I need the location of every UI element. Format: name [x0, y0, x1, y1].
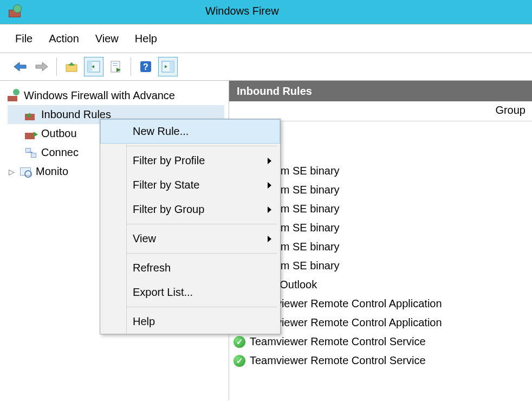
column-group[interactable]: Group: [495, 104, 525, 117]
tree-item-label: Connec: [41, 146, 79, 159]
context-menu-separator: [126, 253, 277, 254]
tree-root-label: Windows Firewall with Advance: [24, 89, 175, 102]
ctx-item-label: View: [133, 232, 156, 245]
ctx-item-label: New Rule...: [133, 125, 189, 138]
ctx-item-label: Filter by Profile: [133, 154, 205, 167]
context-menu-separator: [126, 307, 277, 307]
titlebar: Windows Firew: [0, 0, 532, 24]
connection-icon: [25, 147, 37, 158]
toolbar: ?: [0, 53, 532, 80]
ctx-help[interactable]: Help: [100, 309, 280, 334]
ctx-refresh[interactable]: Refresh: [100, 256, 280, 280]
menu-help[interactable]: Help: [135, 33, 157, 45]
list-header: Inbound Rules: [229, 81, 532, 101]
nav-forward-button[interactable]: [33, 57, 51, 76]
show-hide-action-pane-button[interactable]: [158, 57, 178, 76]
ctx-export[interactable]: Export List...: [100, 280, 280, 305]
ctx-item-label: Export List...: [133, 286, 193, 299]
ctx-view[interactable]: View: [100, 227, 280, 251]
enabled-allow-icon: [233, 355, 245, 367]
inbound-icon: [25, 109, 37, 120]
svg-text:?: ?: [143, 62, 148, 72]
svg-marker-1: [36, 62, 48, 71]
outbound-icon: [25, 128, 37, 139]
window-title: Windows Firew: [205, 5, 279, 17]
rule-row[interactable]: Teamviewer Remote Control Service: [229, 351, 532, 370]
tree-item-label: Outbou: [41, 127, 77, 140]
help-button[interactable]: ?: [137, 57, 155, 76]
firewall-icon: [8, 90, 20, 101]
ctx-filter-group[interactable]: Filter by Group: [100, 197, 280, 222]
rule-name: Teamviewer Remote Control Service: [250, 354, 426, 367]
tree-root[interactable]: Windows Firewall with Advance: [8, 86, 224, 105]
submenu-arrow-icon: [268, 182, 271, 189]
submenu-arrow-icon: [268, 158, 271, 164]
ctx-item-label: Help: [133, 315, 155, 328]
ctx-item-label: Filter by State: [133, 179, 199, 191]
rule-name: Teamviewer Remote Control Service: [250, 335, 426, 348]
enabled-allow-icon: [233, 336, 245, 348]
export-list-button[interactable]: [107, 57, 125, 76]
monitoring-icon: [20, 166, 31, 177]
context-menu: New Rule... Filter by Profile Filter by …: [100, 119, 281, 334]
show-hide-tree-button[interactable]: [84, 57, 103, 76]
svg-rect-5: [88, 61, 92, 72]
menu-action[interactable]: Action: [49, 33, 79, 45]
svg-marker-0: [14, 62, 26, 71]
expand-icon[interactable]: ▷: [8, 167, 15, 176]
toolbar-separator: [56, 57, 57, 76]
ctx-filter-state[interactable]: Filter by State: [100, 173, 280, 197]
svg-rect-14: [170, 61, 174, 72]
submenu-arrow-icon: [268, 236, 271, 242]
ctx-filter-profile[interactable]: Filter by Profile: [100, 148, 280, 173]
submenu-arrow-icon: [268, 206, 271, 213]
ctx-item-label: Refresh: [133, 262, 171, 274]
menu-file[interactable]: File: [15, 33, 33, 45]
up-folder-button[interactable]: [62, 57, 81, 76]
context-menu-separator: [126, 146, 277, 146]
list-header-label: Inbound Rules: [237, 85, 312, 98]
context-menu-separator: [126, 224, 277, 224]
rule-row[interactable]: Teamviewer Remote Control Service: [229, 332, 532, 351]
ctx-item-label: Filter by Group: [133, 203, 204, 216]
svg-marker-3: [68, 62, 75, 66]
ctx-new-rule[interactable]: New Rule...: [100, 119, 280, 144]
app-icon: [9, 7, 20, 17]
toolbar-separator: [131, 57, 131, 76]
menu-view[interactable]: View: [95, 33, 119, 45]
tree-item-label: Monito: [36, 165, 68, 178]
menubar: File Action View Help: [0, 24, 532, 49]
nav-back-button[interactable]: [11, 57, 29, 76]
